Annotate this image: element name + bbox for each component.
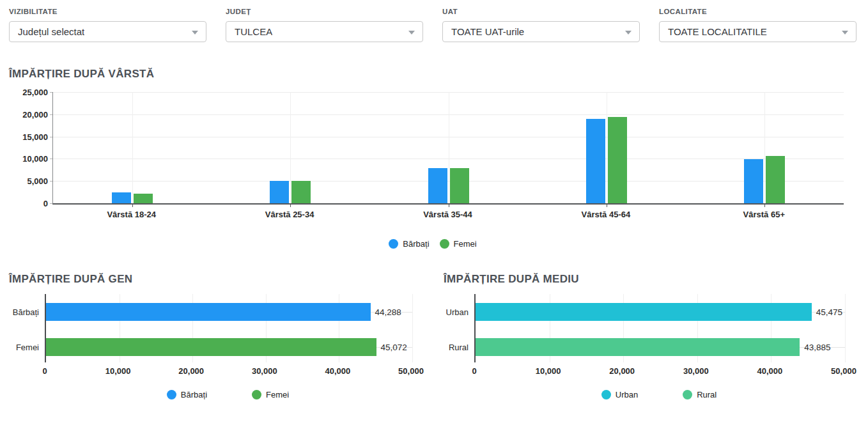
mediu-chart-title: ÎMPĂRȚIRE DUPĂ MEDIU <box>444 273 856 286</box>
x-tick-label: 10,000 <box>536 366 561 376</box>
rural-legend-dot <box>683 390 692 399</box>
x-tick-label: 0 <box>42 366 47 376</box>
femei-legend-item: Femei <box>252 390 289 399</box>
gender-category-labels: BărbațiFemei <box>9 294 39 362</box>
localitate-select-value: TOATE LOCALITATILE <box>668 26 767 37</box>
x-tick-label: 50,000 <box>398 366 424 376</box>
y-tick-mark <box>50 203 52 204</box>
filter-label-localitate: LOCALITATE <box>659 8 856 15</box>
uat-select[interactable]: TOATE UAT-urile <box>442 21 640 42</box>
x-tick-label: 10,000 <box>105 366 131 376</box>
x-category-label: Vârstă 35-44 <box>423 210 472 219</box>
filter-bar: VIZIBILITATE Județul selectat JUDEȚ TULC… <box>0 0 868 42</box>
barbati-legend-dot <box>167 390 176 399</box>
mediu-chart-section: ÎMPĂRȚIRE DUPĂ MEDIU UrbanRural 45,47543… <box>444 273 856 399</box>
barbati-bar <box>270 181 289 203</box>
gridline-vertical <box>607 92 607 203</box>
y-tick-label: 10,000 <box>22 154 48 164</box>
mediu-x-axis-labels: 010,00020,00030,00040,00050,000 <box>474 366 844 378</box>
gender-chart-title: ÎMPĂRȚIRE DUPĂ GEN <box>9 273 422 286</box>
x-category-label: Vârstă 45-64 <box>582 210 631 219</box>
filter-label-judet: JUDEȚ <box>226 8 423 15</box>
gender-chart-legend: BărbațiFemei <box>45 390 411 399</box>
judet-select[interactable]: TULCEA <box>226 21 423 42</box>
age-plot-area <box>52 92 844 205</box>
mediu-plot-area: 45,47543,885 <box>474 294 845 362</box>
rural-value-label: 43,885 <box>804 343 830 352</box>
femei-bar <box>291 181 311 203</box>
femei-category-label: Femei <box>16 343 39 352</box>
femei-legend-label: Femei <box>454 239 477 249</box>
filter-localitate: LOCALITATE TOATE LOCALITATILE <box>659 8 856 42</box>
gridline-vertical <box>290 92 291 203</box>
barbati-bar <box>112 192 131 203</box>
y-tick-label: 5,000 <box>27 176 48 186</box>
barbati-legend-item: Bărbați <box>389 239 429 249</box>
femei-bar <box>134 194 153 203</box>
y-tick-label: 25,000 <box>22 88 48 97</box>
vizibilitate-select-value: Județul selectat <box>18 26 84 37</box>
femei-bar <box>608 117 627 203</box>
urban-legend-dot <box>601 390 611 399</box>
x-tick-mark <box>290 205 291 207</box>
y-tick-mark <box>50 114 52 115</box>
barbati-bar <box>46 303 371 321</box>
judet-select-value: TULCEA <box>235 26 272 37</box>
age-chart-section: ÎMPĂRȚIRE DUPĂ VÂRSTĂ 05,00010,00015,000… <box>9 68 856 249</box>
mediu-category-labels: UrbanRural <box>444 294 469 362</box>
age-chart-legend: BărbațiFemei <box>9 239 856 249</box>
rural-bar <box>476 338 800 356</box>
bottom-charts-row: ÎMPĂRȚIRE DUPĂ GEN BărbațiFemei 44,28845… <box>9 273 868 399</box>
y-tick-mark <box>50 181 52 182</box>
chevron-down-icon <box>842 31 848 35</box>
x-tick-label: 20,000 <box>609 366 635 376</box>
localitate-select[interactable]: TOATE LOCALITATILE <box>659 21 856 42</box>
uat-select-value: TOATE UAT-urile <box>451 26 524 37</box>
rural-legend-label: Rural <box>697 390 717 399</box>
x-category-label: Vârstă 18-24 <box>107 210 156 219</box>
x-tick-label: 50,000 <box>831 366 856 376</box>
femei-legend-item: Femei <box>440 239 477 249</box>
x-tick-label: 30,000 <box>252 366 277 376</box>
barbati-category-label: Bărbați <box>13 307 39 317</box>
x-tick-mark <box>764 205 765 207</box>
barbati-legend-label: Bărbați <box>181 390 207 399</box>
filter-label-vizibilitate: VIZIBILITATE <box>9 8 206 15</box>
gridline-vertical <box>449 92 449 203</box>
y-tick-mark <box>50 92 52 93</box>
mediu-bar-chart: UrbanRural 45,47543,885 010,00020,00030,… <box>444 294 856 378</box>
age-chart-title: ÎMPĂRȚIRE DUPĂ VÂRSTĂ <box>9 68 856 81</box>
x-tick-label: 40,000 <box>757 366 783 376</box>
y-tick-label: 15,000 <box>22 132 48 141</box>
femei-legend-dot <box>252 390 261 399</box>
x-tick-label: 30,000 <box>683 366 709 376</box>
x-tick-mark <box>449 205 449 207</box>
gender-chart-section: ÎMPĂRȚIRE DUPĂ GEN BărbațiFemei 44,28845… <box>9 273 422 399</box>
urban-legend-label: Urban <box>616 390 638 399</box>
barbati-legend-item: Bărbați <box>167 390 207 399</box>
barbati-bar <box>586 119 605 203</box>
y-tick-label: 20,000 <box>22 109 48 119</box>
urban-value-label: 45,475 <box>816 307 842 317</box>
chevron-down-icon <box>625 31 632 35</box>
age-x-axis-labels: Vârstă 18-24Vârstă 25-34Vârstă 35-44Vârs… <box>52 210 844 222</box>
y-tick-mark <box>50 137 52 137</box>
barbati-bar <box>428 168 447 203</box>
x-category-label: Vârstă 25-34 <box>265 210 314 219</box>
barbati-legend-dot <box>389 239 398 249</box>
femei-bar <box>46 338 376 356</box>
filter-vizibilitate: VIZIBILITATE Județul selectat <box>9 8 206 42</box>
barbati-bar <box>744 159 763 203</box>
urban-category-label: Urban <box>446 307 469 317</box>
gender-bar-chart: BărbațiFemei 44,28845,072 010,00020,0003… <box>9 294 422 378</box>
urban-legend-item: Urban <box>601 390 638 399</box>
mediu-chart-legend: UrbanRural <box>474 390 844 399</box>
y-tick-label: 0 <box>43 199 48 208</box>
femei-legend-dot <box>440 239 449 249</box>
barbati-value-label: 44,288 <box>375 307 401 317</box>
gender-x-axis-labels: 010,00020,00030,00040,00050,000 <box>45 366 411 378</box>
filter-label-uat: UAT <box>442 8 640 15</box>
vizibilitate-select[interactable]: Județul selectat <box>9 21 206 42</box>
femei-bar <box>766 156 785 203</box>
x-tick-mark <box>607 205 607 207</box>
